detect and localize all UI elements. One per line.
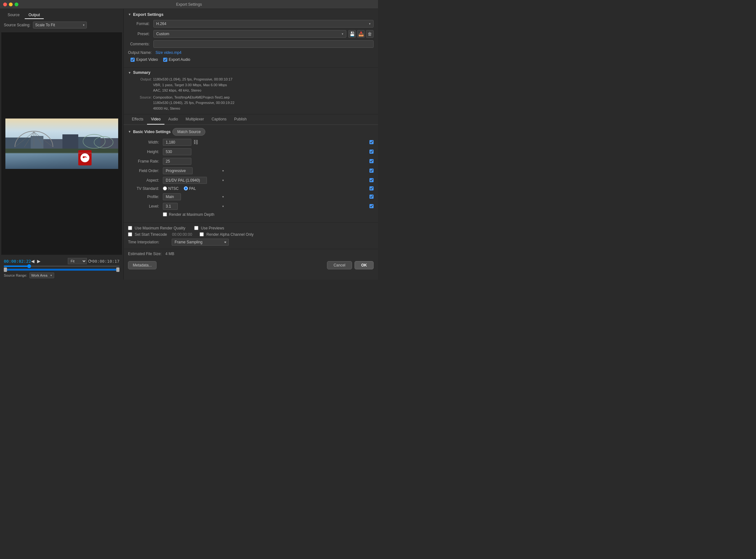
tab-publish[interactable]: Publish [230, 114, 250, 125]
play-button[interactable]: ▶ [37, 259, 41, 264]
level-checkbox[interactable] [369, 204, 373, 208]
field-order-checkbox[interactable] [369, 169, 373, 173]
frame-rate-label: Frame Rate: [128, 159, 163, 163]
use-previews-checkbox[interactable] [194, 226, 198, 230]
progress-bar[interactable] [4, 266, 119, 267]
render-max-depth-checkbox[interactable] [163, 212, 167, 217]
delete-preset-button[interactable]: 🗑 [366, 30, 373, 38]
set-start-timecode-checkbox[interactable] [128, 232, 132, 237]
tv-standard-label: TV Standard: [128, 186, 163, 191]
svg-rect-6 [63, 134, 78, 149]
tab-multiplexer[interactable]: Multiplexer [182, 114, 208, 125]
range-bar[interactable] [4, 269, 119, 271]
collapse-arrow-icon[interactable]: ▼ [128, 13, 131, 16]
tab-output[interactable]: Output [25, 12, 44, 19]
main-container: Source Output Source Scaling: Scale To F… [0, 9, 378, 280]
basic-video-settings: ▼ Basic Video Settings Match Source Widt… [123, 125, 378, 223]
profile-label: Profile: [128, 195, 163, 199]
profile-select[interactable]: Main [163, 193, 181, 200]
format-row: Format: H.264 [128, 20, 373, 27]
tv-standard-row: TV Standard: NTSC PAL [128, 186, 373, 191]
match-source-button[interactable]: Match Source [173, 128, 205, 136]
aspect-label: Aspect: [128, 178, 163, 182]
render-alpha-checkbox[interactable] [200, 232, 204, 237]
width-label: Width: [128, 140, 163, 144]
level-select[interactable]: 3.1 [163, 203, 178, 210]
width-row: Width: ⛓ [128, 139, 373, 146]
maximize-button[interactable] [15, 2, 18, 6]
tab-source[interactable]: Source [4, 12, 23, 19]
pal-radio[interactable] [184, 186, 188, 191]
format-label: Format: [128, 22, 153, 26]
summary-output-values: 1180x530 (1.094), 25 fps, Progressive, 0… [153, 77, 233, 93]
minimize-button[interactable] [9, 2, 13, 6]
width-input[interactable] [163, 139, 191, 146]
source-range-label: Source Range: [4, 273, 27, 277]
level-wrapper: 3.1 [163, 203, 226, 210]
height-input[interactable] [163, 148, 191, 155]
output-name-value[interactable]: Size video.mp4 [156, 50, 182, 55]
preset-select-wrapper: Custom [153, 30, 346, 38]
profile-checkbox[interactable] [369, 195, 373, 199]
level-row: Level: 3.1 [128, 203, 373, 210]
link-dimensions-icon[interactable]: ⛓ [193, 139, 198, 145]
export-settings-header: ▼ Export Settings [128, 12, 373, 17]
render-max-depth-row: Render at Maximum Depth [128, 212, 373, 217]
metadata-button[interactable]: Metadata... [128, 261, 157, 269]
use-max-quality-label: Use Maximum Render Quality [135, 226, 185, 230]
step-back-button[interactable]: ◀ [31, 259, 35, 264]
render-options-section: Use Maximum Render Quality Use Previews … [123, 223, 378, 249]
comments-input[interactable] [153, 40, 373, 48]
range-handle-left[interactable] [4, 267, 7, 272]
svg-rect-7 [78, 137, 100, 149]
summary-collapse-icon[interactable]: ▼ [128, 71, 131, 74]
field-order-label: Field Order: [128, 169, 163, 173]
field-order-select[interactable]: Progressive [163, 167, 193, 174]
time-interpolation-select[interactable]: Frame Sampling [172, 239, 229, 246]
source-range-select[interactable]: Work Area [29, 272, 54, 278]
width-checkbox[interactable] [369, 140, 373, 144]
aspect-select[interactable]: D1/DV PAL (1.0940) [163, 177, 207, 184]
total-time: 00:00:10:17 [92, 259, 119, 264]
tv-standard-checkbox[interactable] [369, 186, 373, 191]
tab-video[interactable]: Video [147, 114, 164, 125]
save-preset-button[interactable]: 💾 [348, 30, 356, 38]
export-video-checkbox[interactable] [131, 58, 135, 62]
svg-point-19 [83, 156, 85, 158]
zoom-select[interactable]: Fit [68, 258, 87, 264]
tab-captions[interactable]: Captions [208, 114, 230, 125]
summary-content: Output: 1180x530 (1.094), 25 fps, Progre… [128, 77, 373, 112]
preset-label: Preset: [128, 32, 153, 36]
file-size-value: 4 MB [165, 252, 174, 256]
format-select[interactable]: H.264 [153, 20, 373, 27]
source-scaling-select[interactable]: Scale To Fit [33, 22, 87, 28]
left-panel: Source Output Source Scaling: Scale To F… [0, 9, 123, 280]
render-alpha-label: Render Alpha Channel Only [206, 232, 253, 237]
export-video-item: Export Video [131, 58, 158, 62]
use-max-quality-checkbox[interactable] [128, 226, 132, 230]
aspect-row: Aspect: D1/DV PAL (1.0940) [128, 177, 373, 184]
reset-view-button[interactable]: ⟳ [88, 258, 92, 264]
aspect-checkbox[interactable] [369, 178, 373, 182]
time-interpolation-row: Time Interpolation: Frame Sampling ▼ [128, 239, 373, 246]
close-button[interactable] [3, 2, 7, 6]
basic-video-header: ▼ Basic Video Settings Match Source [128, 128, 373, 136]
preset-select[interactable]: Custom [153, 30, 346, 38]
ok-button[interactable]: OK [354, 261, 373, 269]
range-handle-right[interactable] [116, 267, 119, 272]
export-audio-checkbox[interactable] [163, 58, 167, 62]
frame-rate-input[interactable] [163, 158, 191, 165]
tab-audio[interactable]: Audio [164, 114, 182, 125]
progress-marker[interactable] [27, 264, 31, 268]
height-checkbox[interactable] [369, 150, 373, 154]
render-max-depth-label: Render at Maximum Depth [169, 212, 214, 217]
ntsc-radio[interactable] [163, 186, 167, 191]
frame-rate-checkbox[interactable] [369, 159, 373, 163]
basic-video-collapse-icon[interactable]: ▼ [128, 130, 131, 133]
source-scaling-wrapper: Scale To Fit [33, 22, 87, 28]
import-preset-button[interactable]: 📥 [357, 30, 365, 38]
tab-effects[interactable]: Effects [128, 114, 147, 125]
timecode-value: 00:00:00:00 [172, 232, 192, 237]
zoom-select-row: Fit ⟳ [67, 258, 92, 264]
cancel-button[interactable]: Cancel [327, 261, 352, 269]
